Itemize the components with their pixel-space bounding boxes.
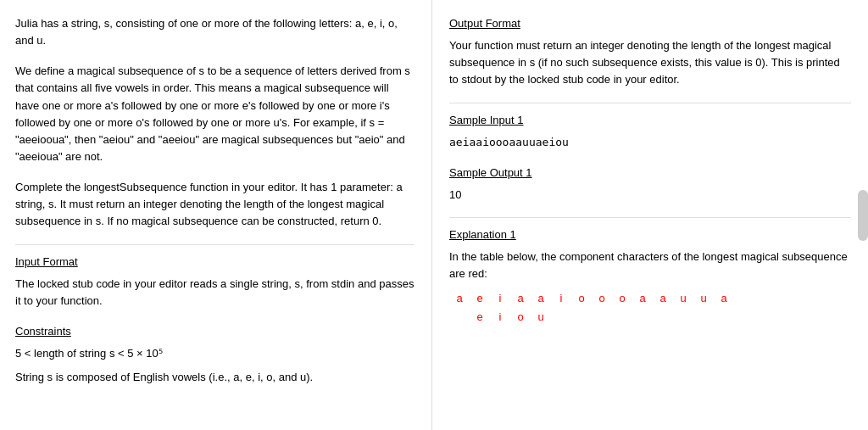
sample-output-value: 10 xyxy=(449,187,851,204)
vowel-row-2: eiou xyxy=(449,309,851,326)
intro-section: Julia has a string, s, consisting of one… xyxy=(15,15,415,49)
explanation-section: Explanation 1 In the table below, the co… xyxy=(449,226,851,326)
vowel-cell: a xyxy=(531,290,551,307)
constraints-section: Constraints 5 < length of string s < 5 ×… xyxy=(15,323,415,386)
constraints-heading: Constraints xyxy=(15,323,415,340)
explanation-body: In the table below, the component charac… xyxy=(449,249,851,282)
output-format-heading: Output Format xyxy=(449,15,851,32)
magical-def-section: We define a magical subsequence of s to … xyxy=(15,63,415,165)
complete-text: Complete the longestSubsequence function… xyxy=(15,179,415,230)
right-panel: Output Format Your function must return … xyxy=(432,0,868,430)
complete-section: Complete the longestSubsequence function… xyxy=(15,179,415,230)
sample-output-section: Sample Output 1 10 xyxy=(449,165,851,204)
explanation-heading: Explanation 1 xyxy=(449,226,851,243)
vowel-row-1: aeiaaioooaauua xyxy=(449,290,851,307)
vowel-cell: a xyxy=(632,290,653,307)
sample-output-heading: Sample Output 1 xyxy=(449,165,851,181)
vowel-cell: u xyxy=(531,309,551,326)
scroll-handle[interactable] xyxy=(858,190,868,241)
vowel-cell: e xyxy=(470,309,490,326)
vowel-cell: o xyxy=(592,290,612,307)
magical-def-text: We define a magical subsequence of s to … xyxy=(15,63,415,165)
sample-input-value: aeiaaioooaauuaeiou xyxy=(449,134,851,151)
intro-text: Julia has a string, s, consisting of one… xyxy=(15,15,415,49)
vowel-cell: a xyxy=(510,290,531,307)
vowel-cell: u xyxy=(693,290,714,307)
vowel-cell: o xyxy=(510,309,531,326)
vowel-cell: a xyxy=(449,290,470,307)
vowel-table-section: aeiaaioooaauua eiou xyxy=(449,290,851,326)
vowel-cell: i xyxy=(490,290,510,307)
constraint-2: String s is composed of English vowels (… xyxy=(15,369,415,386)
vowel-cell: o xyxy=(571,290,592,307)
main-container: Julia has a string, s, consisting of one… xyxy=(0,0,868,430)
input-format-section: Input Format The locked stub code in you… xyxy=(15,254,415,310)
vowel-cell: a xyxy=(653,290,673,307)
vowel-table: aeiaaioooaauua eiou xyxy=(449,290,851,326)
output-format-body: Your function must return an integer den… xyxy=(449,37,851,88)
input-format-heading: Input Format xyxy=(15,254,415,271)
input-format-body: The locked stub code in your editor read… xyxy=(15,276,415,310)
vowel-cell: i xyxy=(490,309,510,326)
divider-2 xyxy=(449,103,851,103)
sample-input-heading: Sample Input 1 xyxy=(449,112,851,129)
divider-1 xyxy=(15,244,415,245)
vowel-cell: i xyxy=(551,290,571,307)
vowel-cell: e xyxy=(470,290,490,307)
output-format-section: Output Format Your function must return … xyxy=(449,15,851,89)
divider-3 xyxy=(449,217,851,218)
vowel-cell: a xyxy=(714,290,734,307)
left-panel: Julia has a string, s, consisting of one… xyxy=(0,0,432,430)
sample-input-section: Sample Input 1 aeiaaioooaauuaeiou xyxy=(449,112,851,151)
vowel-cell: u xyxy=(673,290,693,307)
vowel-cell: o xyxy=(612,290,632,307)
constraint-1: 5 < length of string s < 5 × 10⁵ xyxy=(15,345,415,362)
